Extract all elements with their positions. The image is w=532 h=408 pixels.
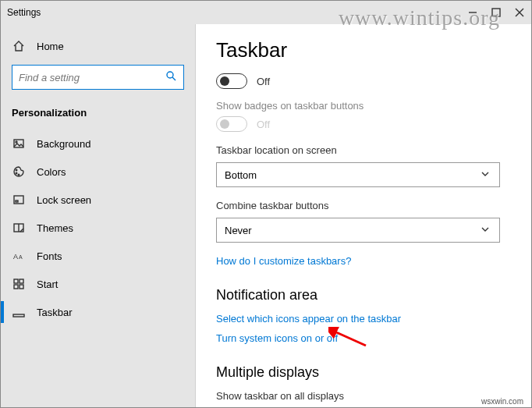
svg-point-8 [16,169,17,171]
close-button[interactable] [508,1,531,24]
sidebar: Home Personalization Background Colors [1,24,196,407]
system-icons-link[interactable]: Turn system icons on or off [216,332,511,344]
badges-toggle-state: Off [257,119,270,130]
home-icon [12,39,26,53]
search-icon [165,69,177,85]
combine-label: Combine taskbar buttons [216,200,511,211]
sidebar-section-heading: Personalization [1,99,195,129]
sidebar-home-label: Home [37,41,64,52]
notification-heading: Notification area [216,287,511,303]
sidebar-item-label: Fonts [37,250,62,262]
sidebar-home[interactable]: Home [1,32,195,60]
select-icons-link[interactable]: Select which icons appear on the taskbar [216,313,511,325]
svg-line-5 [172,77,176,80]
search-input[interactable] [12,65,184,90]
sidebar-item-label: Start [37,279,58,290]
sidebar-item-taskbar[interactable]: Taskbar [1,298,195,326]
svg-rect-19 [20,285,23,289]
page-title: Taskbar [216,38,511,62]
svg-point-10 [18,174,20,176]
start-icon [12,277,26,291]
sidebar-item-lockscreen[interactable]: Lock screen [1,186,195,214]
chevron-down-icon [479,168,491,183]
svg-rect-12 [16,200,18,202]
themes-icon [12,221,26,235]
sidebar-item-colors[interactable]: Colors [1,158,195,186]
combine-dropdown[interactable]: Never [216,218,500,243]
location-value: Bottom [225,169,257,181]
sidebar-item-label: Themes [37,222,73,234]
main-content: Taskbar Off Show badges on taskbar butto… [196,24,531,407]
multiple-sublabel: Show taskbar on all displays [216,390,511,402]
sidebar-item-label: Lock screen [37,194,91,206]
sidebar-item-label: Colors [37,166,66,178]
svg-rect-17 [20,279,23,283]
sidebar-item-fonts[interactable]: AA Fonts [1,242,195,270]
location-label: Taskbar location on screen [216,144,511,156]
chevron-down-icon [479,223,491,238]
svg-rect-20 [13,314,24,317]
lockscreen-icon [12,193,26,207]
picture-icon [12,137,26,151]
badges-toggle [216,116,247,132]
search-field[interactable] [19,72,165,83]
window-title: Settings [7,7,41,18]
watermark-source: wsxwin.com [481,397,523,406]
svg-point-4 [167,72,173,78]
toggle-state-label: Off [257,76,270,87]
svg-rect-18 [14,285,18,289]
svg-text:A: A [19,254,23,260]
svg-rect-6 [14,140,23,147]
palette-icon [12,165,26,179]
watermark-url: www.wintips.org [339,5,500,30]
toggle-switch[interactable] [216,73,247,89]
sidebar-item-background[interactable]: Background [1,129,195,158]
location-dropdown[interactable]: Bottom [216,162,500,187]
multiple-displays-heading: Multiple displays [216,364,511,381]
svg-rect-16 [14,279,18,283]
svg-point-7 [16,141,17,143]
sidebar-item-start[interactable]: Start [1,270,195,298]
badges-label: Show badges on taskbar buttons [216,100,511,112]
combine-value: Never [225,225,252,236]
sidebar-item-label: Taskbar [37,307,73,318]
fonts-icon: AA [12,249,26,263]
sidebar-item-themes[interactable]: Themes [1,214,195,242]
svg-text:A: A [13,253,18,261]
sidebar-item-label: Background [37,138,90,150]
customize-link[interactable]: How do I customize taskbars? [216,255,511,267]
svg-point-9 [16,172,17,174]
taskbar-icon [12,305,26,319]
